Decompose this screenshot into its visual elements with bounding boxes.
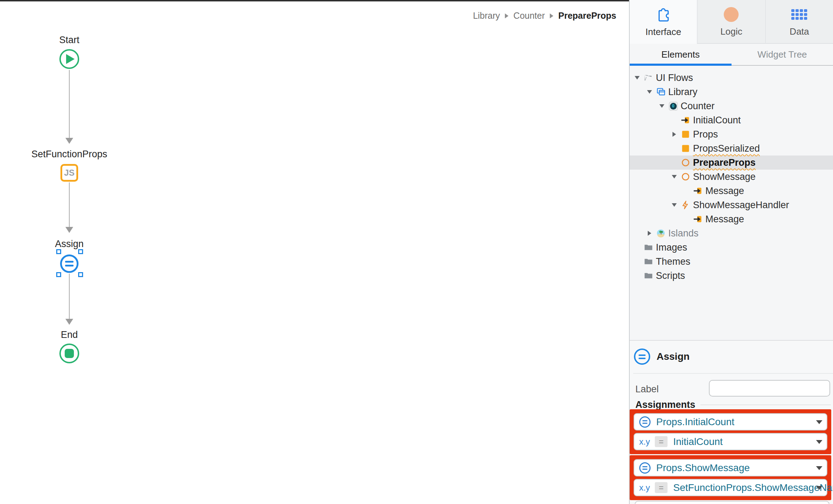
subtab-widget-tree[interactable]: Widget Tree: [732, 44, 833, 65]
empty-assignment-row[interactable]: [635, 501, 829, 504]
client-action-icon: [680, 158, 692, 167]
collapse-arrow-icon[interactable]: [669, 203, 680, 207]
tree-item-props[interactable]: Props: [630, 127, 833, 141]
assignments-header: Assignments: [635, 399, 831, 410]
selection-handle[interactable]: [78, 249, 83, 254]
breadcrumb-counter[interactable]: Counter: [513, 11, 545, 21]
tree-item-message[interactable]: Message: [630, 184, 833, 198]
expand-arrow-icon[interactable]: [644, 231, 655, 236]
assignment-group-2: Props.ShowMessage x.y = SetFunctionProps…: [630, 455, 831, 500]
assignment-variable-dropdown[interactable]: Props.InitialCount: [634, 413, 827, 430]
counter-app-icon: 0: [667, 102, 679, 111]
folder-open-icon: [642, 73, 654, 82]
tree-item-images[interactable]: Images: [630, 240, 833, 254]
connector-line: [69, 70, 70, 138]
tab-interface[interactable]: Interface: [630, 0, 697, 44]
tab-logic[interactable]: Logic: [697, 0, 765, 44]
dropdown-caret-icon[interactable]: [816, 466, 822, 470]
assign-icon: [639, 416, 651, 428]
tree-item-themes[interactable]: Themes: [630, 254, 833, 269]
subtab-elements[interactable]: Elements: [630, 44, 732, 65]
tab-label: Data: [790, 26, 809, 37]
dropdown-caret-icon[interactable]: [816, 486, 822, 490]
properties-title: Assign: [657, 351, 689, 362]
folder-icon: [642, 271, 654, 280]
assignment-value: InitialCount: [673, 436, 723, 447]
input-parameter-icon: [692, 215, 704, 224]
expand-arrow-icon[interactable]: [669, 132, 680, 137]
tree-item-showmessage[interactable]: ShowMessage: [630, 170, 833, 184]
collapse-arrow-icon[interactable]: [657, 104, 667, 108]
dropdown-caret-icon[interactable]: [816, 420, 822, 424]
assignment-value-dropdown[interactable]: x.y = InitialCount: [634, 433, 827, 450]
equals-chip: =: [655, 436, 668, 447]
start-node[interactable]: [59, 49, 79, 69]
selection-handle[interactable]: [56, 249, 61, 254]
end-node-label: End: [16, 329, 122, 340]
screens-icon: [655, 87, 667, 96]
end-node[interactable]: [59, 344, 79, 363]
equals-icon: [65, 261, 74, 263]
arrowhead-icon: [65, 138, 73, 144]
tab-label: Interface: [646, 27, 681, 37]
assign-node[interactable]: [60, 254, 78, 273]
tab-data[interactable]: Data: [765, 0, 833, 44]
arrowhead-icon: [65, 319, 73, 325]
start-node-label: Start: [16, 35, 122, 45]
collapse-arrow-icon[interactable]: [669, 175, 680, 178]
input-parameter-icon: [680, 116, 692, 125]
equals-chip: =: [655, 482, 668, 493]
tree-item-initialcount[interactable]: InitialCount: [630, 113, 833, 127]
assignment-value-dropdown[interactable]: x.y = SetFunctionProps.ShowMessageName: [634, 479, 827, 496]
label-field-label: Label: [635, 384, 659, 395]
connector-line: [69, 182, 70, 227]
folder-icon: [642, 243, 654, 252]
tree-item-prepareprops[interactable]: PrepareProps: [630, 156, 833, 170]
variable-icon: [680, 130, 692, 139]
js-badge: JS: [64, 168, 74, 178]
tree-item-showmessagehandler[interactable]: ShowMessageHandler: [630, 198, 833, 212]
puzzle-icon: [656, 7, 671, 23]
breadcrumb-library[interactable]: Library: [473, 11, 500, 21]
assign-icon: [639, 462, 651, 474]
client-action-icon: [680, 172, 692, 181]
dropdown-caret-icon[interactable]: [816, 440, 822, 444]
assignment-group-1: Props.InitialCount x.y = InitialCount: [630, 409, 831, 454]
expression-badge: x.y: [634, 437, 655, 447]
chevron-right-icon: [550, 13, 553, 18]
folder-icon: [642, 257, 654, 266]
assign-icon: [634, 348, 650, 365]
assignment-variable: Props.InitialCount: [656, 416, 734, 428]
side-panel: Interface Logic Data Elements Widget Tre…: [629, 0, 833, 504]
properties-header: Assign: [634, 348, 689, 365]
tree-item-message-2[interactable]: Message: [630, 212, 833, 226]
js-node-label: SetFunctionProps: [16, 149, 122, 159]
setfunctionprops-node[interactable]: JS: [60, 164, 78, 182]
collapse-arrow-icon[interactable]: [644, 90, 655, 94]
chevron-right-icon: [505, 13, 508, 18]
label-input[interactable]: [709, 380, 830, 397]
tree-item-islands[interactable]: Islands: [630, 226, 833, 240]
main-tabs: Interface Logic Data: [630, 0, 833, 44]
tree-item-propsserialized[interactable]: PropsSerialized: [630, 141, 833, 156]
selection-handle[interactable]: [78, 272, 83, 277]
assignment-value: SetFunctionProps.ShowMessageName: [673, 482, 833, 493]
island-icon: [655, 229, 667, 238]
tab-label: Logic: [720, 26, 742, 37]
collapse-arrow-icon[interactable]: [632, 76, 642, 80]
assignment-variable: Props.ShowMessage: [656, 462, 750, 474]
flow-canvas[interactable]: Library Counter PrepareProps Start SetFu…: [0, 0, 629, 504]
table-grid-icon: [791, 6, 807, 23]
selection-handle[interactable]: [56, 272, 61, 277]
assignment-variable-dropdown[interactable]: Props.ShowMessage: [634, 459, 827, 476]
circle-icon: [724, 6, 739, 23]
breadcrumb: Library Counter PrepareProps: [473, 11, 616, 21]
elements-tree: UI Flows Library 0 Counter InitialCount …: [630, 66, 833, 283]
tree-item-scripts[interactable]: Scripts: [630, 269, 833, 283]
tree-item-ui-flows[interactable]: UI Flows: [630, 71, 833, 85]
arrowhead-icon: [65, 227, 73, 233]
input-parameter-icon: [692, 186, 704, 195]
assign-node-label: Assign: [16, 239, 122, 249]
tree-item-library[interactable]: Library: [630, 85, 833, 99]
tree-item-counter[interactable]: 0 Counter: [630, 99, 833, 113]
